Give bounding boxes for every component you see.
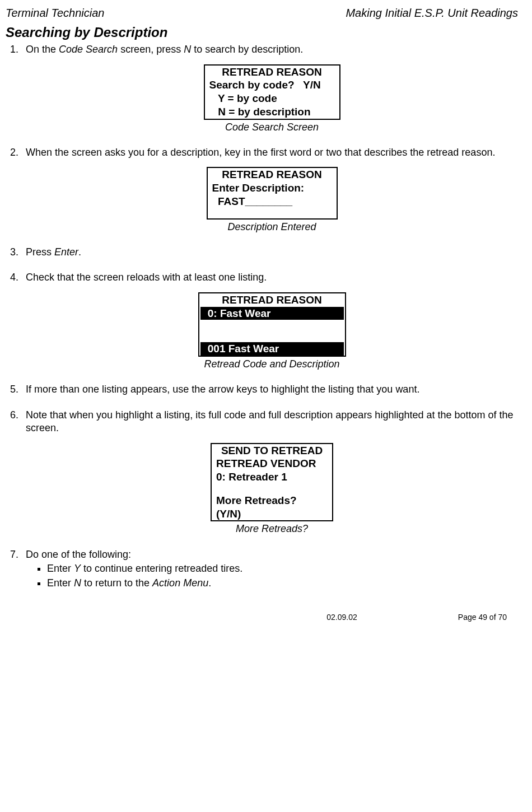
screen3-sel2: 001 Fast Wear [200, 342, 344, 356]
screen3-title: RETREAD REASON [199, 293, 345, 307]
step7-b2: Enter N to return to the Action Menu. [47, 577, 518, 590]
em: Code Search [59, 44, 118, 55]
screen1-line2: Search by code? Y/N [205, 78, 339, 92]
screen3-spacer [199, 320, 345, 342]
description-entered-screen: RETREAD REASON Enter Description: FAST__… [207, 167, 338, 219]
screen3-sel1: 0: Fast Wear [200, 307, 344, 320]
em: N [184, 44, 191, 55]
footer-page: Page 49 of 70 [458, 612, 507, 622]
screen2-caption: Description Entered [26, 221, 518, 234]
screen3-caption: Retread Code and Description [26, 358, 518, 371]
screen1-caption: Code Search Screen [26, 121, 518, 134]
txt: Press [26, 246, 54, 258]
step-1: On the Code Search screen, press N to se… [21, 43, 518, 134]
header-left: Terminal Technician [6, 6, 104, 20]
step4-text: Check that the screen reloads with at le… [26, 272, 267, 283]
screen2-line2: Enter Description: [208, 181, 337, 195]
screen2-spacer [208, 208, 337, 218]
screen2-line3: FAST________ [208, 195, 337, 208]
screen1-line3: Y = by code [205, 92, 339, 105]
screen1-line4: N = by description [205, 105, 339, 119]
em: Y [74, 563, 81, 574]
code-search-screen: RETREAD REASON Search by code? Y/N Y = b… [204, 64, 340, 120]
screen2-wrap: RETREAD REASON Enter Description: FAST__… [26, 167, 518, 234]
txt: On the [26, 44, 59, 55]
section-title: Searching by Description [6, 24, 518, 41]
retread-code-screen: RETREAD REASON 0: Fast Wear 001 Fast Wea… [198, 292, 346, 357]
txt: . [208, 577, 211, 589]
step-4: Check that the screen reloads with at le… [21, 271, 518, 371]
screen2-title: RETREAD REASON [208, 168, 337, 181]
step7-bullets: Enter Y to continue entering retreaded t… [47, 562, 518, 590]
page-footer: 02.09.02 Page 49 of 70 [6, 612, 518, 622]
step-7: Do one of the following: Enter Y to cont… [21, 548, 518, 590]
screen1-title: RETREAD REASON [205, 66, 339, 79]
txt: Enter [47, 563, 74, 574]
txt: to search by description. [191, 44, 303, 55]
screen4-wrap: SEND TO RETREAD RETREAD VENDOR 0: Retrea… [26, 443, 518, 536]
step7-lead: Do one of the following: [26, 549, 131, 560]
step6-text: Note that when you highlight a listing, … [26, 409, 514, 433]
txt: to continue entering retreaded tires. [81, 563, 242, 574]
em: Enter [54, 246, 78, 258]
screen3-wrap: RETREAD REASON 0: Fast Wear 001 Fast Wea… [26, 292, 518, 371]
step5-text: If more than one listing appears, use th… [26, 384, 419, 395]
em: Action Menu [152, 577, 208, 589]
txt: . [78, 246, 81, 258]
screen4-line3: 0: Retreader 1 [212, 470, 332, 484]
more-retreads-screen: SEND TO RETREAD RETREAD VENDOR 0: Retrea… [211, 443, 333, 522]
txt: screen, press [118, 44, 184, 55]
screen4-spacer [212, 484, 332, 494]
step1-text: On the Code Search screen, press N to se… [26, 44, 303, 55]
screen4-line4: More Retreads? [212, 494, 332, 507]
header-right: Making Initial E.S.P. Unit Readings [346, 6, 518, 20]
step-3: Press Enter. [21, 246, 518, 259]
screen1-wrap: RETREAD REASON Search by code? Y/N Y = b… [26, 64, 518, 134]
page-header: Terminal Technician Making Initial E.S.P… [6, 6, 518, 20]
step7-b1: Enter Y to continue entering retreaded t… [47, 562, 518, 575]
step-5: If more than one listing appears, use th… [21, 383, 518, 396]
em: N [74, 577, 81, 589]
footer-date: 02.09.02 [326, 612, 357, 622]
step2-text: When the screen asks you for a descripti… [26, 147, 495, 158]
txt: to return to the [81, 577, 152, 589]
step-6: Note that when you highlight a listing, … [21, 409, 518, 536]
screen4-line2: RETREAD VENDOR [212, 457, 332, 470]
screen4-caption: More Retreads? [26, 522, 518, 535]
txt: Enter [47, 577, 74, 589]
screen4-title: SEND TO RETREAD [212, 444, 332, 458]
step-2: When the screen asks you for a descripti… [21, 146, 518, 234]
steps-list: On the Code Search screen, press N to se… [21, 43, 518, 590]
screen4-line5: (Y/N) [212, 507, 332, 521]
